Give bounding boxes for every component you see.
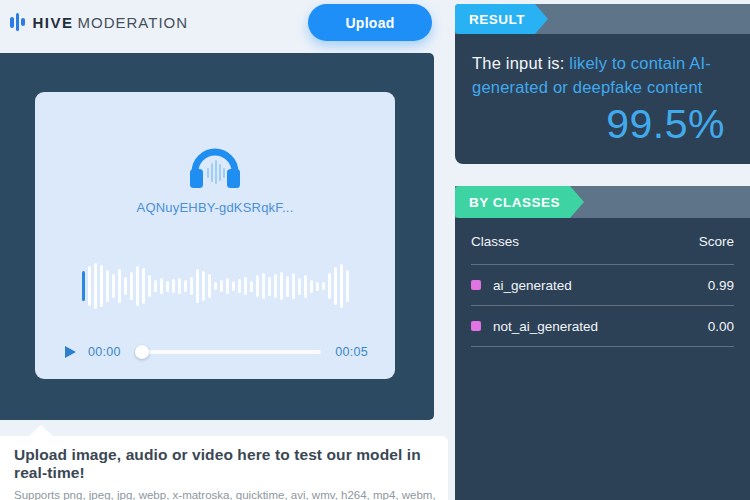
table-row: ai_generated 0.99	[471, 265, 734, 306]
classes-badge: BY CLASSES	[455, 186, 570, 218]
column-score: Score	[699, 234, 734, 249]
upload-info-card: Upload image, audio or video here to tes…	[0, 436, 448, 500]
media-panel: AQNuyEHBY-gdKSRqkF... 00:00 00:05	[0, 53, 434, 420]
waveform	[82, 244, 358, 328]
result-panel: The input is: likely to contain AI-gener…	[455, 34, 750, 164]
play-icon	[65, 346, 76, 358]
verdict-prefix: The input is:	[472, 54, 569, 72]
table-row: not_ai_generated 0.00	[471, 306, 734, 347]
tooltip-notch	[29, 425, 53, 436]
result-section-bar: RESULT	[455, 4, 750, 34]
seek-track	[135, 350, 321, 354]
verdict-text: The input is: likely to contain AI-gener…	[472, 52, 728, 100]
upload-button[interactable]: Upload	[308, 4, 432, 41]
column-classes: Classes	[471, 234, 519, 249]
brand-logo[interactable]: HIVEMODERATION	[10, 12, 188, 32]
audio-player-card: AQNuyEHBY-gdKSRqkF... 00:00 00:05	[35, 92, 395, 379]
hive-audio-bars-icon	[10, 12, 25, 32]
classes-table: Classes Score ai_generated 0.99 not_ai_g…	[471, 218, 734, 347]
classes-panel: Classes Score ai_generated 0.99 not_ai_g…	[455, 218, 750, 500]
class-score: 0.99	[708, 278, 734, 293]
result-badge: RESULT	[455, 4, 535, 34]
classes-badge-label: BY CLASSES	[469, 195, 560, 210]
brand-name-light: MODERATION	[78, 14, 189, 31]
supported-formats: Supports png, jpeg, jpg, webp, x-matrosk…	[14, 489, 436, 500]
result-badge-arrow	[535, 4, 548, 34]
classes-table-header: Classes Score	[471, 218, 734, 265]
page: HIVEMODERATION Upload A	[0, 0, 750, 500]
class-name: ai_generated	[493, 278, 572, 293]
info-headline: Upload image, audio or video here to tes…	[14, 446, 434, 482]
confidence-score: 99.5%	[472, 101, 728, 148]
classes-badge-arrow	[570, 186, 584, 218]
seek-bar[interactable]	[135, 345, 321, 359]
player-controls: 00:00 00:05	[35, 335, 395, 369]
duration-time: 00:05	[335, 345, 368, 359]
class-color-swatch	[471, 280, 481, 290]
play-button[interactable]	[62, 344, 78, 360]
audio-filename: AQNuyEHBY-gdKSRqkF...	[35, 200, 395, 215]
brand-name: HIVEMODERATION	[33, 14, 189, 31]
result-badge-label: RESULT	[469, 12, 525, 27]
class-color-swatch	[471, 321, 481, 331]
seek-knob[interactable]	[135, 345, 149, 359]
classes-section-bar: BY CLASSES	[455, 186, 750, 218]
headphones-icon	[35, 142, 395, 194]
brand-name-bold: HIVE	[33, 14, 74, 31]
class-name: not_ai_generated	[493, 319, 598, 334]
current-time: 00:00	[88, 345, 121, 359]
supported-formats-text: Supports png, jpeg, jpg, webp, x-matrosk…	[14, 487, 438, 500]
class-score: 0.00	[708, 319, 734, 334]
